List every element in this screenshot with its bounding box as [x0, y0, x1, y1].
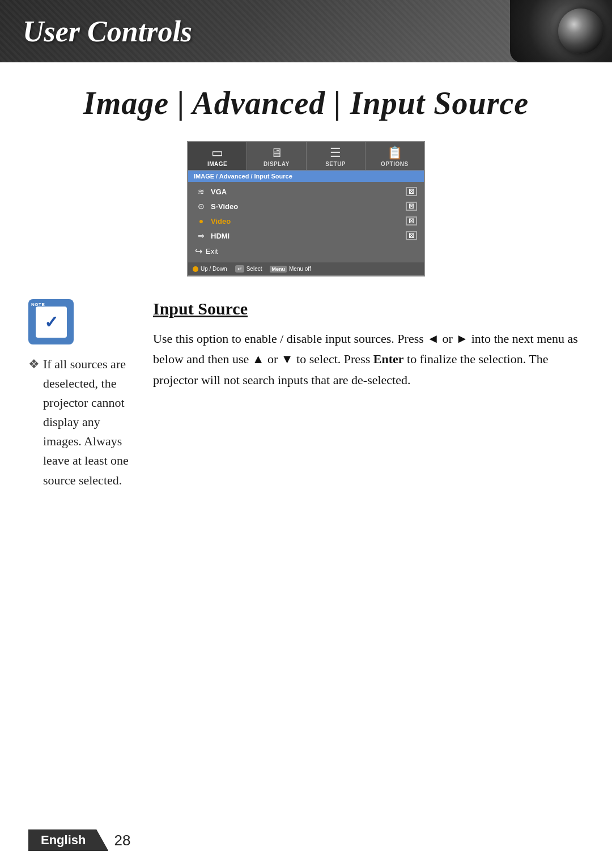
- svideo-label: S-Video: [211, 202, 406, 211]
- video-label: Video: [211, 217, 406, 225]
- osd-tab-display[interactable]: 🖥 DISPLAY: [247, 142, 306, 170]
- osd-footer-menuoff: Menu Menu off: [270, 265, 311, 273]
- display-tab-label: DISPLAY: [264, 161, 290, 167]
- osd-tab-options[interactable]: 📋 OPTIONS: [366, 142, 424, 170]
- exit-label: Exit: [206, 247, 218, 256]
- main-content: Input Source Use this option to enable /…: [153, 299, 584, 490]
- menuoff-label: Menu off: [289, 266, 311, 272]
- updown-label: Up / Down: [201, 266, 227, 272]
- section-title: Input Source: [153, 299, 584, 318]
- page-title: Image | Advanced | Input Source: [0, 85, 612, 121]
- note-content: If all sources are deselected, the proje…: [43, 355, 133, 490]
- vga-label: VGA: [211, 188, 406, 196]
- note-box: NoTe ❖ If all sources are deselected, th…: [28, 299, 133, 490]
- osd-menu: ▭ IMAGE 🖥 DISPLAY ☰ SETUP 📋 OPTIONS IMAG…: [187, 141, 425, 276]
- video-check[interactable]: ☒: [406, 216, 417, 225]
- osd-item-hdmi[interactable]: ⇒ HDMI ☒: [188, 228, 424, 243]
- setup-tab-icon: ☰: [330, 147, 341, 159]
- vga-icon: ≋: [195, 187, 207, 196]
- osd-menu-container: ▭ IMAGE 🖥 DISPLAY ☰ SETUP 📋 OPTIONS IMAG…: [108, 141, 504, 276]
- menu-icon: Menu: [270, 266, 287, 273]
- osd-tab-image[interactable]: ▭ IMAGE: [188, 142, 247, 170]
- hdmi-label: HDMI: [211, 232, 406, 240]
- note-icon-box: NoTe: [28, 299, 74, 344]
- options-tab-label: OPTIONS: [381, 161, 409, 167]
- setup-tab-label: SETUP: [325, 161, 346, 167]
- bullet-icon: ❖: [28, 355, 40, 374]
- enter-icon: ↵: [235, 265, 244, 273]
- video-icon: ●: [195, 216, 207, 225]
- svideo-icon: ⊙: [195, 202, 207, 211]
- camera-lens-image: [510, 0, 612, 62]
- footer-language: English: [28, 829, 108, 851]
- updown-dot-icon: [193, 266, 198, 272]
- page-footer: English 28: [0, 829, 612, 851]
- display-tab-icon: 🖥: [270, 147, 283, 159]
- osd-footer-updown: Up / Down: [193, 265, 227, 273]
- note-bullet: ❖ If all sources are deselected, the pro…: [28, 355, 133, 490]
- osd-menu-items: ≋ VGA ☒ ⊙ S-Video ☒ ● Video ☒ ⇒ HDMI ☒ ↪: [188, 182, 424, 262]
- osd-breadcrumb: IMAGE / Advanced / Input Source: [188, 171, 424, 182]
- header-title: User Controls: [23, 15, 192, 48]
- section-body: Use this option to enable / disable inpu…: [153, 329, 584, 390]
- osd-item-vga[interactable]: ≋ VGA ☒: [188, 184, 424, 199]
- note-text: ❖ If all sources are deselected, the pro…: [28, 355, 133, 490]
- hdmi-icon: ⇒: [195, 231, 207, 240]
- footer-page-number: 28: [114, 832, 130, 849]
- image-tab-label: IMAGE: [207, 161, 227, 167]
- osd-tab-setup[interactable]: ☰ SETUP: [307, 142, 366, 170]
- osd-item-svideo[interactable]: ⊙ S-Video ☒: [188, 199, 424, 214]
- image-tab-icon: ▭: [211, 147, 223, 159]
- content-area: NoTe ❖ If all sources are deselected, th…: [0, 299, 612, 490]
- osd-footer: Up / Down ↵ Select Menu Menu off: [188, 262, 424, 275]
- exit-icon: ↪: [195, 246, 202, 257]
- vga-check[interactable]: ☒: [406, 187, 417, 196]
- options-tab-icon: 📋: [387, 147, 402, 159]
- header-bar: User Controls: [0, 0, 612, 62]
- select-label: Select: [246, 266, 262, 272]
- osd-tabs: ▭ IMAGE 🖥 DISPLAY ☰ SETUP 📋 OPTIONS: [188, 142, 424, 171]
- hdmi-check[interactable]: ☒: [406, 231, 417, 240]
- osd-exit-row[interactable]: ↪ Exit: [188, 243, 424, 259]
- osd-item-video[interactable]: ● Video ☒: [188, 214, 424, 228]
- osd-footer-select: ↵ Select: [235, 265, 262, 273]
- svideo-check[interactable]: ☒: [406, 202, 417, 211]
- note-checkmark-icon: [36, 307, 67, 338]
